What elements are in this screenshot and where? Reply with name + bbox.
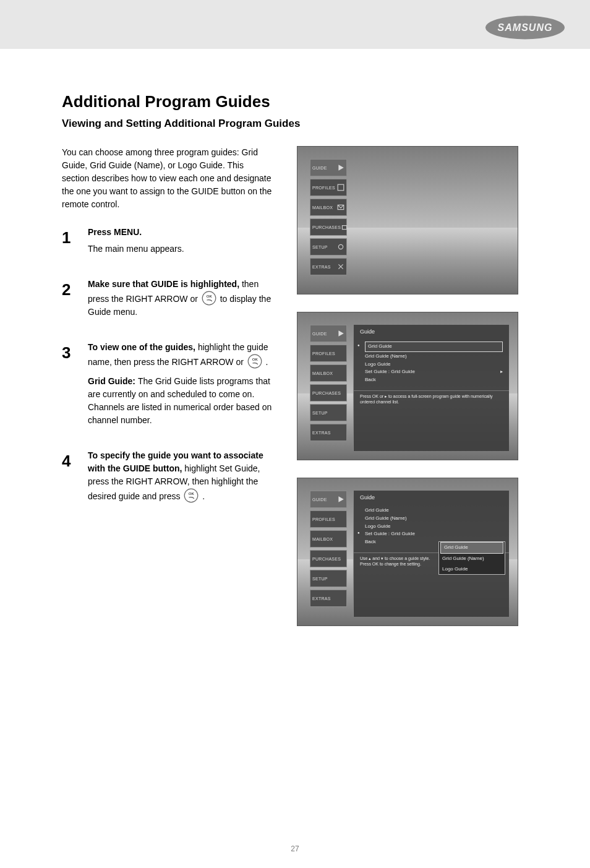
screenshot-guide-menu: GUIDE PROFILES MAILBOX PURCHASES SETUP E… — [297, 312, 518, 460]
menu-item-setup[interactable]: SETUP — [310, 570, 347, 587]
menu-label: PURCHASES — [312, 225, 341, 230]
menu-label: MAILBOX — [312, 371, 333, 376]
guide-item-label: Set Guide : Grid Guide — [365, 369, 415, 374]
profiles-icon — [337, 515, 344, 523]
step-1-rest: The main menu appears. — [88, 243, 272, 256]
submenu-grid-name[interactable]: Grid Guide (Name) — [439, 554, 505, 564]
menu-item-mailbox[interactable]: MAILBOX — [310, 530, 347, 548]
menu-item-purchases[interactable]: PURCHASES — [310, 384, 347, 402]
menu-label: EXTRAS — [312, 431, 331, 435]
guide-panel: Guide Grid Guide Grid Guide (Name) Logo … — [353, 325, 509, 451]
step-3-option: Grid Guide: The Grid Guide lists program… — [88, 375, 272, 427]
menu-label: GUIDE — [312, 166, 327, 170]
step-3-first: To view one of the guides, — [88, 342, 195, 352]
menu-label: GUIDE — [312, 497, 327, 502]
submenu-logo[interactable]: Logo Guide — [439, 564, 505, 575]
guide-item-grid[interactable]: Grid Guide — [365, 507, 503, 515]
menu-item-extras[interactable]: EXTRAS — [310, 424, 347, 441]
svg-text:OK: OK — [252, 358, 259, 361]
step-3-rest-b: . — [266, 357, 268, 367]
svg-rect-8 — [338, 184, 344, 191]
menu-label: SETUP — [312, 577, 328, 581]
menu-item-profiles[interactable]: PROFILES — [310, 345, 347, 362]
screenshot-main-menu: GUIDE PROFILES MAILBOX PURCHASES SETUP E… — [297, 146, 518, 294]
submenu-label: Grid Guide — [444, 544, 468, 550]
menu-item-profiles[interactable]: PROFILES — [310, 179, 347, 196]
menu-label: EXTRAS — [312, 265, 331, 269]
guide-item-set[interactable]: Set Guide : Grid Guide ▸ — [365, 368, 503, 376]
guide-item-label: Set Guide : Grid Guide — [365, 531, 415, 536]
mailbox-icon — [337, 204, 344, 211]
guide-item-back[interactable]: Back — [365, 376, 503, 384]
gear-icon — [337, 409, 344, 416]
purchases-icon — [341, 389, 344, 397]
play-icon — [337, 330, 344, 337]
submenu-label: Logo Guide — [442, 566, 468, 572]
menu-label: GUIDE — [312, 332, 327, 336]
svg-text:SAMSUNG: SAMSUNG — [498, 22, 553, 33]
submenu-grid[interactable]: Grid Guide — [440, 542, 503, 554]
screenshots-column: GUIDE PROFILES MAILBOX PURCHASES SETUP E… — [297, 146, 553, 643]
menu-item-profiles[interactable]: PROFILES — [310, 510, 347, 528]
menu-item-purchases[interactable]: PURCHASES — [310, 218, 347, 236]
menu-item-guide[interactable]: GUIDE — [310, 325, 347, 342]
set-guide-submenu: Grid Guide Grid Guide (Name) Logo Guide — [438, 541, 505, 575]
guide-item-label: Logo Guide — [365, 523, 390, 529]
extras-icon — [337, 429, 344, 436]
panel-title: Guide — [354, 491, 509, 504]
profiles-icon — [337, 184, 344, 191]
step-number: 2 — [62, 278, 77, 319]
step-4-rest-b: . — [202, 491, 205, 501]
mailbox-icon — [337, 369, 344, 377]
guide-item-grid-name[interactable]: Grid Guide (Name) — [365, 515, 503, 523]
guide-item-label: Back — [365, 539, 376, 544]
svg-text:OK: OK — [207, 294, 213, 298]
guide-item-label: Grid Guide (Name) — [365, 515, 407, 521]
extras-icon — [337, 263, 344, 270]
guide-item-set[interactable]: Set Guide : Grid Guide — [365, 530, 503, 538]
step-1-first: Press MENU. — [88, 226, 272, 239]
guide-item-label: Back — [365, 377, 376, 382]
menu-label: PROFILES — [312, 517, 335, 522]
step-1: 1 Press MENU. The main menu appears. — [62, 226, 272, 256]
guide-item-grid[interactable]: Grid Guide — [365, 342, 503, 352]
page-header: SAMSUNG — [0, 0, 590, 49]
page-number: 27 — [291, 844, 299, 853]
instructions-column: You can choose among three program guide… — [62, 146, 272, 643]
guide-item-label: Grid Guide (Name) — [365, 353, 407, 359]
menu-item-setup[interactable]: SETUP — [310, 238, 347, 256]
panel-title: Guide — [354, 325, 509, 338]
menu-label: MAILBOX — [312, 537, 333, 541]
svg-point-4 — [248, 355, 262, 368]
mailbox-icon — [337, 535, 344, 543]
step-2: 2 Make sure that GUIDE is highlighted, t… — [62, 278, 272, 319]
menu-item-guide[interactable]: GUIDE — [310, 159, 347, 176]
play-icon — [337, 164, 344, 171]
guide-item-logo[interactable]: Logo Guide — [365, 523, 503, 531]
purchases-icon — [341, 223, 348, 231]
main-menu: GUIDE PROFILES MAILBOX PURCHASES SETUP E… — [310, 159, 347, 275]
purchases-icon — [341, 555, 344, 562]
page-subtitle: Viewing and Setting Additional Program G… — [62, 118, 553, 130]
gear-icon — [337, 575, 344, 582]
menu-item-setup[interactable]: SETUP — [310, 404, 347, 421]
svg-point-2 — [202, 291, 216, 305]
step-number: 3 — [62, 341, 77, 427]
guide-item-label: Grid Guide — [368, 343, 392, 349]
main-menu: GUIDE PROFILES MAILBOX PURCHASES SETUP E… — [310, 325, 347, 441]
guide-item-grid-name[interactable]: Grid Guide (Name) — [365, 353, 503, 361]
menu-item-guide[interactable]: GUIDE — [310, 491, 347, 508]
guide-item-logo[interactable]: Logo Guide — [365, 361, 503, 369]
menu-label: PROFILES — [312, 351, 335, 356]
menu-label: MAILBOX — [312, 205, 333, 210]
svg-text:OK: OK — [189, 492, 195, 496]
menu-item-extras[interactable]: EXTRAS — [310, 258, 347, 275]
menu-item-purchases[interactable]: PURCHASES — [310, 550, 347, 567]
menu-label: SETUP — [312, 245, 328, 249]
menu-item-mailbox[interactable]: MAILBOX — [310, 199, 347, 216]
ok-button-icon: OK — [184, 488, 199, 503]
menu-item-mailbox[interactable]: MAILBOX — [310, 364, 347, 382]
menu-item-extras[interactable]: EXTRAS — [310, 590, 347, 607]
guide-item-label: Grid Guide — [365, 507, 389, 513]
extras-icon — [337, 595, 344, 602]
